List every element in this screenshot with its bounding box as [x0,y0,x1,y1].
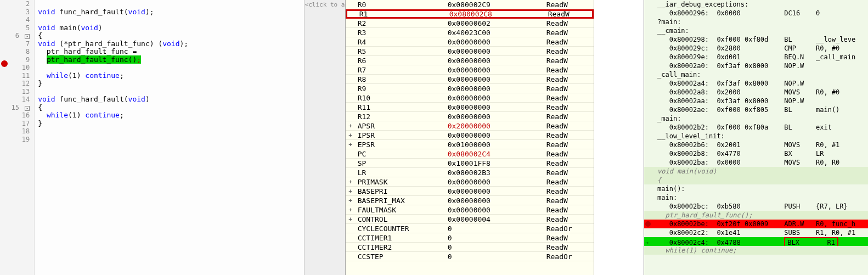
disasm-line[interactable]: __iar_debug_exceptions: [644,0,868,9]
break-margin[interactable] [0,0,8,275]
expand-icon[interactable]: + [346,141,356,148]
disasm-line[interactable]: __cmain: [644,26,868,35]
disasm-line[interactable]: 0x80002a4: 0xf3af 0x8000 NOP.W [644,79,868,88]
code-line[interactable] [38,64,304,72]
register-row[interactable]: R80x00000000ReadW [346,75,594,84]
register-name: CCTIMER1 [356,234,448,242]
code-line[interactable]: } [38,120,304,128]
register-row[interactable]: +EPSR0x01000000ReadW [346,140,594,149]
disasm-line[interactable]: ptr_hard_fault_func(); [644,211,868,220]
code-line[interactable]: while(1) continue; [38,111,304,120]
register-row[interactable]: R30x40023C00ReadW [346,28,594,37]
disasm-line[interactable]: 0x80002a8: 0x2000 MOVS R0, #0 [644,88,868,97]
disasm-line[interactable]: main(): [644,184,868,193]
code-area[interactable]: void func_hard_fault(void);void main(voi… [35,0,304,275]
code-line[interactable] [38,136,304,144]
code-line[interactable] [38,88,304,96]
register-row[interactable]: R70x00000000ReadW [346,65,594,75]
code-line[interactable]: void main(void) [38,24,304,32]
disasm-line[interactable]: 0x800029e: 0xd001 BEQ.N _call_main [644,53,868,61]
code-line[interactable]: { [38,104,304,112]
register-row[interactable]: +BASEPRI0x00000000ReadW [346,187,594,196]
code-line[interactable]: ptr_hard_fault_func(); [38,56,304,64]
register-row[interactable]: R40x00000000ReadW [346,37,594,47]
code-line[interactable]: } [38,80,304,88]
source-editor[interactable]: 23456 -789101112131415 -16171819 void fu… [8,0,305,275]
register-row[interactable]: R90x00000000ReadW [346,84,594,93]
breakpoint-icon[interactable] [645,221,651,227]
register-row[interactable]: R60x00000000ReadW [346,56,594,65]
gutter-line: 5 [8,24,30,32]
disasm-line[interactable]: 0x8000296: 0x0000 DC16 0 [644,9,868,18]
register-row[interactable]: +FAULTMASK0x00000000ReadW [346,205,594,215]
expand-icon[interactable]: + [346,206,356,214]
code-line[interactable] [38,127,304,136]
register-row[interactable]: SP0x10001FF8ReadW [346,159,594,168]
register-row[interactable]: +CONTROL0x00000004ReadW [346,215,594,224]
disasm-line[interactable]: 0x80002ae: 0xf000 0xf805 BL main() [644,105,868,114]
register-row[interactable]: +IPSR0x00000000ReadW [346,131,594,140]
register-row[interactable]: CYCLECOUNTER0ReadOr [346,224,594,233]
code-line[interactable]: while(1) continue; [38,72,304,80]
disasm-line[interactable]: ➔ 0x80002c4: 0x4788 BLX R1 [644,237,868,246]
disasm-line[interactable]: _main: [644,114,868,123]
register-row[interactable]: R10x080002C8ReadW [346,9,594,19]
disasm-line[interactable]: 0x80002b6: 0x2001 MOVS R0, #1 [644,141,868,149]
disasm-line[interactable]: ?main: [644,18,868,26]
click-hint[interactable]: <click to a [305,0,345,275]
disasm-line[interactable]: while(1) continue; [644,246,868,255]
disasm-line[interactable]: 0x80002b8: 0x4770 BX LR [644,149,868,158]
disasm-line[interactable]: 0x80002ba: 0x0000 MOVS R0, R0 [644,158,868,167]
register-row[interactable]: R50x00000000ReadW [346,47,594,56]
code-line[interactable]: void (*ptr_hard_fault_func) (void); [38,40,304,48]
breakpoint-marker[interactable] [1,60,8,67]
code-line[interactable]: ptr_hard_fault_func = [38,48,304,56]
code-line[interactable] [38,0,304,8]
register-row[interactable]: CCTIMER20ReadW [346,243,594,252]
disassembly-panel[interactable]: __iar_debug_exceptions: 0x8000296: 0x000… [644,0,868,275]
expand-icon[interactable]: + [346,197,356,204]
register-value: 0x00000000 [448,66,546,74]
fold-icon[interactable]: - [25,34,30,39]
register-row[interactable]: R100x00000000ReadW [346,93,594,103]
expand-icon[interactable]: + [346,178,356,186]
register-row[interactable]: PC0x080002C4ReadW [346,149,594,159]
register-row[interactable]: CCSTEP0ReadOr [346,252,594,261]
register-row[interactable]: R110x00000000ReadW [346,103,594,112]
register-row[interactable]: +BASEPRI_MAX0x00000000ReadW [346,196,594,205]
registers-panel[interactable]: R00x080002C9ReadWR10x080002C8ReadWR20x00… [346,0,594,275]
register-access: ReadW [546,19,590,27]
register-value: 0x01000000 [448,141,546,149]
register-row[interactable]: +PRIMASK0x00000000ReadW [346,177,594,187]
disasm-line[interactable]: void main(void) [644,167,868,176]
disasm-line[interactable]: main: [644,193,868,202]
register-row[interactable]: +APSR0x20000000ReadW [346,121,594,131]
code-line[interactable] [38,16,304,24]
disasm-line[interactable]: { [644,176,868,184]
register-row[interactable]: R20x00000602ReadW [346,19,594,28]
disasm-line[interactable]: 0x80002c2: 0x1e41 SUBS R1, R0, #1 [644,228,868,237]
fold-icon[interactable]: - [25,106,30,111]
register-row[interactable]: CCTIMER10ReadW [346,233,594,243]
register-name: CYCLECOUNTER [356,225,448,233]
disasm-line[interactable]: 0x80002a0: 0xf3af 0x8000 NOP.W [644,61,868,70]
disasm-line[interactable]: 0x8000298: 0xf000 0xf80d BL __low_leve [644,35,868,44]
disasm-line[interactable]: _call_main: [644,70,868,79]
expand-icon[interactable]: + [346,132,356,139]
code-line[interactable]: void func_hard_fault(void) [38,96,304,104]
disasm-line[interactable]: 0x80002b2: 0xf000 0xf80a BL exit [644,123,868,132]
code-line[interactable]: { [38,32,304,40]
register-name: R5 [356,47,448,55]
register-row[interactable]: R120x00000000ReadW [346,112,594,121]
disasm-line[interactable]: 0x80002aa: 0xf3af 0x8000 NOP.W [644,97,868,105]
disasm-line[interactable]: __low_level_init: [644,132,868,141]
disasm-line[interactable]: 0x80002be: 0xf20f 0x0009 ADR.W R0, func_… [644,220,868,228]
register-row[interactable]: R00x080002C9ReadW [346,0,594,9]
disasm-line[interactable]: 0x800029c: 0x2800 CMP R0, #0 [644,44,868,53]
expand-icon[interactable]: + [346,216,356,223]
expand-icon[interactable]: + [346,122,356,130]
disasm-line[interactable]: 0x80002bc: 0xb580 PUSH {R7, LR} [644,202,868,211]
expand-icon[interactable]: + [346,188,356,195]
register-row[interactable]: LR0x080002B3ReadW [346,168,594,177]
code-line[interactable]: void func_hard_fault(void); [38,8,304,16]
